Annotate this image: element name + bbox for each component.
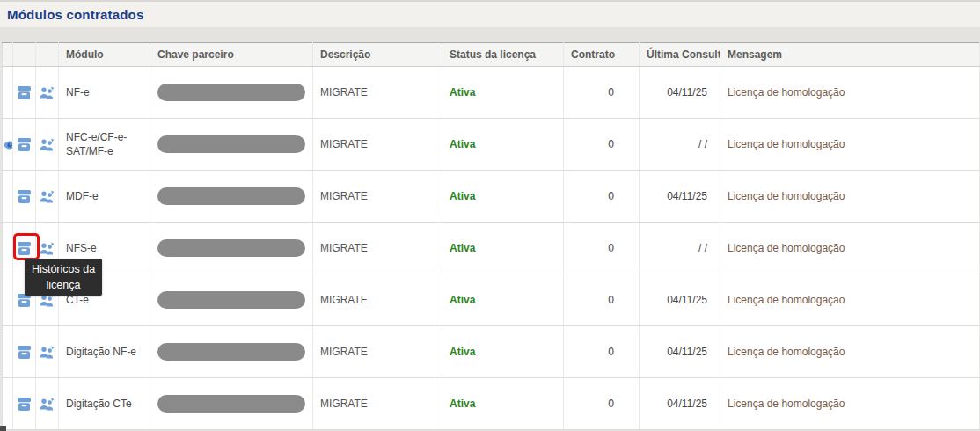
view-cell <box>3 223 13 274</box>
users-icon <box>40 346 55 359</box>
module-cell: MDF-e <box>59 171 150 223</box>
license-status-cell: Ativa <box>442 378 564 430</box>
partner-key-cell <box>150 326 313 378</box>
description-cell: MIGRATE <box>313 223 442 274</box>
table-row: CT-e MIGRATE Ativa 0 04/11/25 Licença de… <box>3 274 980 326</box>
module-cell: Digitação CTe <box>59 378 150 430</box>
view-cell <box>3 274 13 326</box>
contract-cell: 0 <box>564 326 640 378</box>
archive-icon <box>17 346 32 359</box>
table-row: NFC-e/CF-e-SAT/MF-e MIGRATE Ativa 0 / / … <box>3 119 980 171</box>
archive-icon <box>17 86 32 99</box>
header-row: Módulo Chave parceiro Descrição Status d… <box>3 43 980 67</box>
scroll-corner <box>0 426 6 431</box>
column-header-ultima-consulta: Última Consulta <box>640 43 720 67</box>
view-cell <box>3 171 13 223</box>
partner-key-cell <box>150 378 313 430</box>
module-cell: NF-e <box>59 67 150 119</box>
table-row: Digitação CTe MIGRATE Ativa 0 04/11/25 L… <box>3 378 980 430</box>
contract-cell: 0 <box>564 171 640 223</box>
last-query-cell: 04/11/25 <box>640 326 720 378</box>
archive-icon <box>17 190 32 203</box>
contract-cell: 0 <box>564 223 640 274</box>
module-cell: Digitação NF-e <box>59 326 150 378</box>
table-row: Digitação NF-e MIGRATE Ativa 0 04/11/25 … <box>3 326 980 378</box>
view-cell <box>3 326 13 378</box>
description-cell: MIGRATE <box>313 119 442 171</box>
license-status-cell: Ativa <box>442 171 564 223</box>
partner-key-redacted <box>157 84 305 101</box>
column-header-modulo: Módulo <box>59 43 150 67</box>
license-status-cell: Ativa <box>442 274 564 326</box>
license-history-button[interactable] <box>13 119 36 171</box>
column-header-contrato: Contrato <box>564 43 640 67</box>
last-query-cell: 04/11/25 <box>640 378 720 430</box>
message-cell: Licença de homologação <box>720 223 980 274</box>
contracted-modules-table: Módulo Chave parceiro Descrição Status d… <box>2 42 980 430</box>
partner-key-cell <box>150 67 313 119</box>
users-icon <box>40 190 55 203</box>
users-icon <box>40 138 55 151</box>
message-cell: Licença de homologação <box>720 119 980 171</box>
archive-icon <box>17 398 32 411</box>
message-cell: Licença de homologação <box>720 171 980 223</box>
view-cell <box>3 67 13 119</box>
users-button[interactable] <box>36 67 59 119</box>
column-header-descricao: Descrição <box>313 43 442 67</box>
message-cell: Licença de homologação <box>720 326 980 378</box>
partner-key-redacted <box>157 187 305 205</box>
license-history-button[interactable] <box>13 67 36 119</box>
table-row: MDF-e MIGRATE Ativa 0 04/11/25 Licença d… <box>3 171 980 223</box>
table-row: NF-e MIGRATE Ativa 0 04/11/25 Licença de… <box>3 67 980 119</box>
column-header-users <box>36 43 59 67</box>
description-cell: MIGRATE <box>313 326 442 378</box>
partner-key-cell <box>150 223 313 274</box>
partner-key-redacted <box>157 135 305 153</box>
column-header-view <box>3 43 13 67</box>
contract-cell: 0 <box>564 119 640 171</box>
license-history-button[interactable] <box>13 171 36 223</box>
users-icon <box>40 242 55 255</box>
license-status-cell: Ativa <box>442 223 564 274</box>
partner-key-redacted <box>157 291 305 309</box>
license-history-tooltip: Históricos da licença <box>25 259 102 296</box>
license-status-cell: Ativa <box>442 67 564 119</box>
contract-cell: 0 <box>564 274 640 326</box>
users-button[interactable] <box>36 326 59 378</box>
partner-key-cell <box>150 171 313 223</box>
last-query-cell: 04/11/25 <box>640 67 720 119</box>
column-header-chave-parceiro: Chave parceiro <box>150 43 313 67</box>
users-icon <box>40 86 55 99</box>
users-button[interactable] <box>36 119 59 171</box>
view-button[interactable] <box>3 119 13 171</box>
page-title: Módulos contratados <box>7 7 143 22</box>
partner-key-redacted <box>157 343 305 361</box>
partner-key-redacted <box>157 395 305 413</box>
license-status-cell: Ativa <box>442 326 564 378</box>
column-header-mensagem: Mensagem <box>720 43 980 67</box>
description-cell: MIGRATE <box>313 171 442 223</box>
archive-icon <box>17 138 32 151</box>
license-history-button[interactable] <box>13 378 36 430</box>
contract-cell: 0 <box>564 67 640 119</box>
partner-key-cell <box>150 119 313 171</box>
title-bar: Módulos contratados <box>0 2 980 27</box>
column-header-status-licenca: Status da licença <box>442 43 564 67</box>
message-cell: Licença de homologação <box>720 274 980 326</box>
view-cell <box>3 378 13 430</box>
spacer-band <box>0 27 980 42</box>
description-cell: MIGRATE <box>313 378 442 430</box>
last-query-cell: 04/11/25 <box>640 274 720 326</box>
users-button[interactable] <box>36 378 59 430</box>
module-cell: NFC-e/CF-e-SAT/MF-e <box>59 119 150 171</box>
partner-key-cell <box>150 274 313 326</box>
last-query-cell: / / <box>640 119 720 171</box>
modules-page: Módulos contratados Módulo Chave parceir… <box>0 0 980 431</box>
license-status-cell: Ativa <box>442 119 564 171</box>
message-cell: Licença de homologação <box>720 378 980 430</box>
description-cell: MIGRATE <box>313 67 442 119</box>
table-row: NFS-e MIGRATE Ativa 0 / / Licença de hom… <box>3 223 980 274</box>
users-button[interactable] <box>36 171 59 223</box>
license-history-button[interactable] <box>13 326 36 378</box>
last-query-cell: 04/11/25 <box>640 171 720 223</box>
